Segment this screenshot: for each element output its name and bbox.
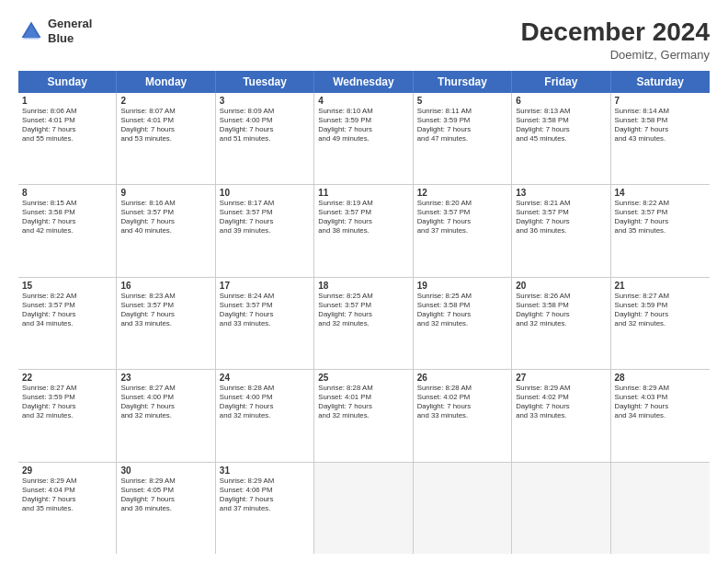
day-number: 11 — [318, 188, 408, 198]
day-cell-1: 1Sunrise: 8:06 AMSunset: 4:01 PMDaylight… — [18, 93, 117, 184]
cell-line: Sunrise: 8:11 AM — [417, 107, 507, 116]
cell-line: and 35 minutes. — [22, 504, 112, 513]
day-number: 17 — [220, 281, 310, 291]
cell-line: Sunset: 4:00 PM — [220, 393, 310, 402]
cell-line: Daylight: 7 hours — [417, 310, 507, 319]
cell-line: Sunset: 4:04 PM — [22, 486, 112, 495]
day-cell-13: 13Sunrise: 8:21 AMSunset: 3:57 PMDayligh… — [512, 185, 610, 276]
cell-line: Sunset: 3:57 PM — [615, 208, 706, 217]
week-row-1: 1Sunrise: 8:06 AMSunset: 4:01 PMDaylight… — [18, 93, 710, 185]
cell-line: Sunset: 3:57 PM — [120, 208, 210, 217]
cell-line: and 45 minutes. — [516, 134, 606, 144]
day-cell-23: 23Sunrise: 8:27 AMSunset: 4:00 PMDayligh… — [117, 370, 215, 461]
cell-line: Sunrise: 8:13 AM — [516, 107, 606, 116]
cell-line: Sunrise: 8:29 AM — [615, 384, 706, 393]
empty-cell — [414, 463, 512, 554]
week-row-5: 29Sunrise: 8:29 AMSunset: 4:04 PMDayligh… — [18, 463, 710, 554]
cell-line: Daylight: 7 hours — [516, 217, 606, 226]
logo: General Blue — [18, 17, 92, 45]
cell-line: and 38 minutes. — [318, 226, 408, 236]
cell-line: Daylight: 7 hours — [615, 310, 706, 319]
header: General Blue December 2024 Doemitz, Germ… — [18, 17, 710, 62]
header-day-saturday: Saturday — [611, 71, 710, 93]
day-number: 7 — [615, 96, 706, 106]
header-day-wednesday: Wednesday — [314, 71, 413, 93]
cell-line: Sunset: 3:57 PM — [318, 208, 408, 217]
cell-line: Daylight: 7 hours — [318, 310, 408, 319]
cell-line: Sunrise: 8:16 AM — [120, 199, 210, 208]
cell-line: Daylight: 7 hours — [417, 402, 507, 411]
day-cell-5: 5Sunrise: 8:11 AMSunset: 3:59 PMDaylight… — [414, 93, 512, 184]
cell-line: Daylight: 7 hours — [318, 402, 408, 411]
cell-line: Sunrise: 8:27 AM — [615, 292, 706, 301]
day-number: 25 — [318, 373, 408, 383]
week-row-4: 22Sunrise: 8:27 AMSunset: 3:59 PMDayligh… — [18, 370, 710, 462]
cell-line: and 49 minutes. — [318, 134, 408, 144]
day-number: 9 — [120, 188, 210, 198]
day-number: 28 — [615, 373, 706, 383]
cell-line: Sunrise: 8:22 AM — [22, 292, 112, 301]
header-day-friday: Friday — [512, 71, 610, 93]
cell-line: Sunset: 3:57 PM — [516, 208, 606, 217]
cell-line: Sunset: 3:57 PM — [22, 301, 112, 310]
cell-line: and 33 minutes. — [120, 319, 210, 328]
cell-line: and 32 minutes. — [417, 319, 507, 328]
day-cell-16: 16Sunrise: 8:23 AMSunset: 3:57 PMDayligh… — [117, 278, 215, 369]
day-number: 16 — [120, 281, 210, 291]
cell-line: Sunset: 3:59 PM — [615, 301, 706, 310]
day-number: 29 — [22, 465, 112, 476]
cell-line: and 34 minutes. — [22, 319, 112, 328]
day-number: 20 — [516, 281, 606, 291]
cell-line: Sunrise: 8:25 AM — [417, 292, 507, 301]
day-cell-14: 14Sunrise: 8:22 AMSunset: 3:57 PMDayligh… — [611, 185, 710, 276]
header-day-sunday: Sunday — [18, 71, 117, 93]
cell-line: Sunrise: 8:17 AM — [220, 199, 310, 208]
calendar-header: SundayMondayTuesdayWednesdayThursdayFrid… — [18, 71, 710, 93]
cell-line: Daylight: 7 hours — [22, 125, 112, 134]
day-cell-19: 19Sunrise: 8:25 AMSunset: 3:58 PMDayligh… — [414, 278, 512, 369]
cell-line: and 37 minutes. — [417, 226, 507, 236]
day-number: 6 — [516, 96, 606, 106]
day-number: 21 — [615, 281, 706, 291]
main-title: December 2024 — [521, 17, 710, 48]
cell-line: Sunset: 4:00 PM — [120, 393, 210, 402]
day-number: 2 — [120, 96, 210, 106]
day-number: 24 — [220, 373, 310, 383]
cell-line: Daylight: 7 hours — [22, 495, 112, 504]
cell-line: Daylight: 7 hours — [120, 402, 210, 411]
cell-line: Sunrise: 8:09 AM — [220, 107, 310, 116]
day-number: 3 — [220, 96, 310, 106]
day-cell-29: 29Sunrise: 8:29 AMSunset: 4:04 PMDayligh… — [18, 463, 117, 554]
cell-line: Daylight: 7 hours — [220, 402, 310, 411]
day-number: 26 — [417, 373, 507, 383]
day-number: 12 — [417, 188, 507, 198]
cell-line: Sunrise: 8:29 AM — [120, 477, 210, 486]
day-cell-6: 6Sunrise: 8:13 AMSunset: 3:58 PMDaylight… — [512, 93, 610, 184]
empty-cell — [512, 463, 610, 554]
cell-line: Sunrise: 8:15 AM — [22, 199, 112, 208]
day-number: 1 — [22, 96, 112, 106]
cell-line: Daylight: 7 hours — [417, 125, 507, 134]
day-number: 18 — [318, 281, 408, 291]
cell-line: Daylight: 7 hours — [220, 217, 310, 226]
cell-line: Sunset: 3:57 PM — [318, 301, 408, 310]
cell-line: Sunset: 4:02 PM — [516, 393, 606, 402]
day-cell-8: 8Sunrise: 8:15 AMSunset: 3:58 PMDaylight… — [18, 185, 117, 276]
cell-line: Sunset: 4:02 PM — [417, 393, 507, 402]
cell-line: Sunset: 4:01 PM — [318, 393, 408, 402]
week-row-2: 8Sunrise: 8:15 AMSunset: 3:58 PMDaylight… — [18, 185, 710, 277]
day-cell-28: 28Sunrise: 8:29 AMSunset: 4:03 PMDayligh… — [611, 370, 710, 461]
cell-line: Sunrise: 8:27 AM — [22, 384, 112, 393]
cell-line: and 36 minutes. — [120, 504, 210, 513]
cell-line: and 33 minutes. — [220, 319, 310, 328]
day-number: 10 — [220, 188, 310, 198]
cell-line: Sunrise: 8:28 AM — [318, 384, 408, 393]
day-cell-30: 30Sunrise: 8:29 AMSunset: 4:05 PMDayligh… — [117, 463, 215, 554]
day-number: 8 — [22, 188, 112, 198]
cell-line: Daylight: 7 hours — [615, 125, 706, 134]
cell-line: Sunrise: 8:06 AM — [22, 107, 112, 116]
cell-line: Daylight: 7 hours — [516, 125, 606, 134]
cell-line: and 55 minutes. — [22, 134, 112, 144]
cell-line: and 39 minutes. — [220, 226, 310, 236]
cell-line: and 43 minutes. — [615, 134, 706, 144]
